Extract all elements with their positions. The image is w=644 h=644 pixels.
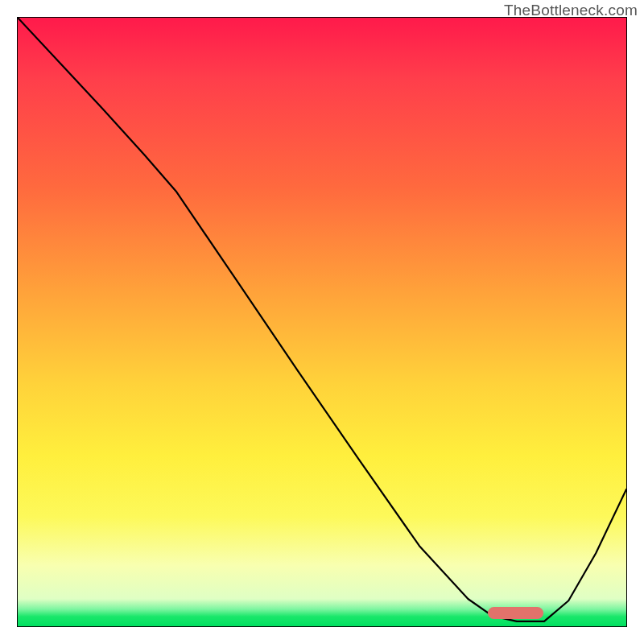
bottleneck-gradient — [18, 18, 626, 626]
plot-area — [17, 17, 627, 627]
optimum-marker — [488, 607, 544, 619]
chart-frame: TheBottleneck.com — [0, 0, 644, 644]
